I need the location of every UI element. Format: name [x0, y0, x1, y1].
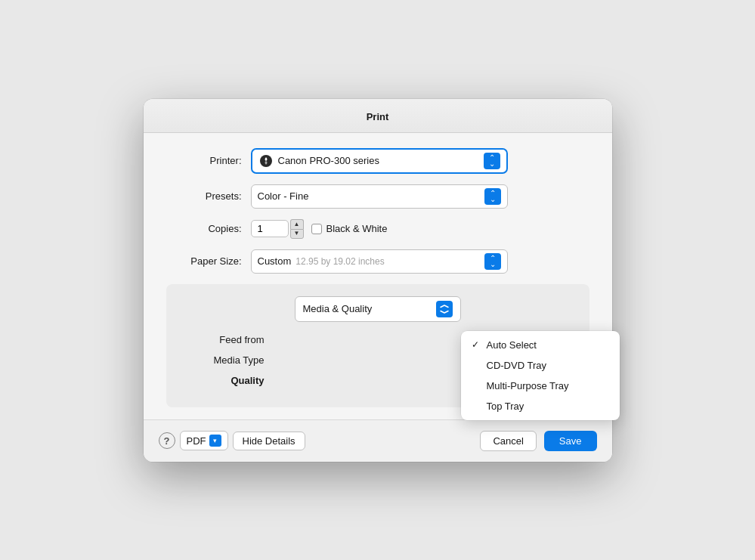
copies-label: Copies:	[166, 223, 242, 234]
pdf-label: PDF	[187, 435, 206, 447]
section-dropdown-row: Media & Quality	[181, 296, 574, 322]
printer-select[interactable]: Canon PRO-300 series	[251, 148, 508, 174]
dropdown-item-auto-select[interactable]: Auto Select	[461, 335, 620, 355]
copies-stepper: ▲ ▼	[290, 219, 304, 239]
cancel-button[interactable]: Cancel	[480, 431, 536, 451]
paper-size-value: Custom	[258, 255, 292, 267]
dropdown-item-label: Auto Select	[487, 339, 537, 351]
section-panel: Media & Quality Feed from Media Type	[166, 284, 589, 407]
presets-value: Color - Fine	[258, 190, 309, 202]
dropdown-item-label: CD-DVD Tray	[487, 360, 546, 371]
presets-label: Presets:	[166, 190, 242, 202]
presets-select[interactable]: Color - Fine	[251, 184, 508, 209]
dialog-footer: ? PDF ▾ Hide Details Cancel Save	[144, 419, 612, 462]
feed-from-label: Feed from	[181, 334, 265, 345]
section-select[interactable]: Media & Quality	[295, 296, 461, 322]
pdf-button[interactable]: PDF ▾	[180, 431, 228, 450]
section-select-label: Media & Quality	[303, 303, 373, 314]
hide-details-button[interactable]: Hide Details	[233, 432, 305, 450]
save-button[interactable]: Save	[544, 431, 597, 451]
paper-size-select[interactable]: Custom 12.95 by 19.02 inches	[251, 249, 508, 274]
presets-row: Presets: Color - Fine	[166, 184, 589, 209]
printer-select-content: Canon PRO-300 series	[258, 153, 484, 169]
dialog-titlebar: Print	[144, 99, 612, 133]
dropdown-item-label: Top Tray	[487, 401, 524, 412]
footer-left: ? PDF ▾ Hide Details	[159, 431, 305, 450]
dialog-title: Print	[367, 111, 389, 122]
copies-increment-button[interactable]: ▲	[290, 219, 304, 229]
printer-value: Canon PRO-300 series	[278, 155, 379, 166]
paper-size-row: Paper Size: Custom 12.95 by 19.02 inches	[166, 249, 589, 274]
quality-label: Quality	[181, 375, 265, 386]
footer-right: Cancel Save	[480, 431, 596, 451]
paper-size-chevron-icon	[484, 253, 501, 270]
copies-input[interactable]	[251, 220, 289, 237]
paper-size-dimensions: 12.95 by 19.02 inches	[296, 256, 384, 267]
copies-row: Copies: ▲ ▼ Black & White	[166, 219, 589, 239]
copies-decrement-button[interactable]: ▼	[290, 229, 304, 239]
paper-size-label: Paper Size:	[166, 255, 242, 267]
black-white-checkbox[interactable]	[311, 224, 322, 234]
presets-chevron-icon	[484, 188, 501, 205]
dropdown-item-label: Multi-Purpose Tray	[487, 380, 569, 391]
dropdown-item-multi-purpose[interactable]: Multi-Purpose Tray	[461, 376, 620, 396]
print-dialog: Print Printer: Canon PRO-300 series	[144, 99, 612, 462]
dialog-body: Printer: Canon PRO-300 series Pres	[144, 133, 612, 407]
help-button[interactable]: ?	[159, 432, 175, 449]
printer-icon	[258, 153, 274, 169]
printer-row: Printer: Canon PRO-300 series	[166, 148, 589, 174]
printer-label: Printer:	[166, 155, 242, 166]
paper-size-text: Custom 12.95 by 19.02 inches	[258, 255, 385, 267]
dropdown-item-cd-dvd[interactable]: CD-DVD Tray	[461, 355, 620, 376]
dropdown-item-top-tray[interactable]: Top Tray	[461, 396, 620, 416]
printer-chevron-icon	[484, 153, 500, 169]
pdf-chevron-icon: ▾	[209, 435, 221, 447]
section-chevron-icon	[436, 301, 453, 317]
media-type-label: Media Type	[181, 354, 265, 366]
black-white-label: Black & White	[326, 223, 388, 234]
dropdown-menu: Auto Select CD-DVD Tray Multi-Purpose Tr…	[461, 331, 620, 420]
